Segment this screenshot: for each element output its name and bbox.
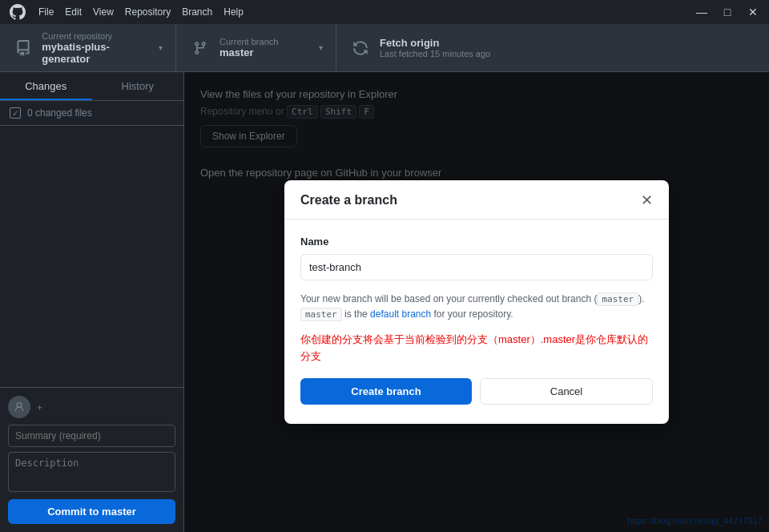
modal-footer: Create branch Cancel <box>300 378 653 408</box>
modal-default-branch-link[interactable]: default branch <box>370 308 431 320</box>
menu-help[interactable]: Help <box>223 6 244 18</box>
avatar <box>8 396 30 418</box>
menu-repository[interactable]: Repository <box>125 6 171 18</box>
minimize-button[interactable]: — <box>695 6 708 18</box>
menu-view[interactable]: View <box>93 6 114 18</box>
tabs: Changes History <box>0 72 183 101</box>
titlebar: File Edit View Repository Branch Help — … <box>0 0 769 24</box>
repo-name: mybatis-plus-generator <box>42 41 151 65</box>
modal-desc: Your new branch will be based on your cu… <box>300 292 653 322</box>
branch-text-group: Current branch master <box>219 37 278 58</box>
modal-title: Create a branch <box>300 193 397 208</box>
author-row: ＋ <box>8 396 175 418</box>
branch-name-input[interactable] <box>300 254 653 280</box>
toolbar-branch-section[interactable]: Current branch master ▾ <box>176 24 336 71</box>
toolbar-fetch-section[interactable]: Fetch origin Last fetched 15 minutes ago <box>336 24 769 71</box>
tab-changes[interactable]: Changes <box>0 72 92 100</box>
modal-body: Name Your new branch will be based on yo… <box>284 220 669 424</box>
create-branch-button[interactable]: Create branch <box>300 378 472 405</box>
repo-label: Current repository <box>42 31 151 41</box>
toolbar: Current repository mybatis-plus-generato… <box>0 24 769 72</box>
github-logo-icon <box>10 4 26 20</box>
close-button[interactable]: ✕ <box>747 6 759 18</box>
right-panel: View the files of your repository in Exp… <box>184 72 769 532</box>
tab-history[interactable]: History <box>92 72 184 100</box>
menu-branch[interactable]: Branch <box>182 6 212 18</box>
fetch-label: Fetch origin <box>380 37 756 49</box>
maximize-button[interactable]: □ <box>721 6 734 18</box>
description-input[interactable] <box>8 452 175 492</box>
menu-edit[interactable]: Edit <box>65 6 82 18</box>
branch-label: Current branch <box>219 37 278 46</box>
titlebar-left: File Edit View Repository Branch Help <box>10 4 244 20</box>
modal-close-button[interactable]: ✕ <box>641 193 653 208</box>
toolbar-repo-section[interactable]: Current repository mybatis-plus-generato… <box>0 24 176 71</box>
repo-chevron-icon: ▾ <box>159 43 163 52</box>
titlebar-controls: — □ ✕ <box>695 6 759 18</box>
cancel-button[interactable]: Cancel <box>480 378 653 405</box>
left-panel: Changes History ✓ 0 changed files ＋ Comm… <box>0 72 184 532</box>
fetch-text: Fetch origin Last fetched 15 minutes ago <box>380 37 756 58</box>
repo-text-group: Current repository mybatis-plus-generato… <box>42 31 151 65</box>
fetch-icon <box>349 37 372 59</box>
summary-input[interactable] <box>8 425 175 447</box>
branch-icon <box>189 37 211 59</box>
select-all-checkbox[interactable]: ✓ <box>10 107 21 119</box>
repo-icon <box>13 37 34 59</box>
modal-chinese-note: 你创建的分支将会基于当前检验到的分支（master）.master是你仓库默认的… <box>300 332 653 365</box>
add-coauthor-button[interactable]: ＋ <box>35 401 44 413</box>
commit-button[interactable]: Commit to master <box>8 499 175 524</box>
modal-branch-code-2: master <box>300 308 342 321</box>
fetch-sublabel: Last fetched 15 minutes ago <box>380 49 756 58</box>
modal-header: Create a branch ✕ <box>284 180 669 220</box>
titlebar-menu: File Edit View Repository Branch Help <box>38 6 244 18</box>
modal-overlay: Create a branch ✕ Name Your new branch w… <box>184 72 769 532</box>
commit-area: ＋ Commit to master <box>0 387 183 532</box>
branch-chevron-icon: ▾ <box>319 43 323 52</box>
menu-file[interactable]: File <box>38 6 54 18</box>
modal-name-label: Name <box>300 236 653 248</box>
changed-files-count: 0 changed files <box>27 107 92 119</box>
main-layout: Changes History ✓ 0 changed files ＋ Comm… <box>0 72 769 532</box>
create-branch-modal: Create a branch ✕ Name Your new branch w… <box>284 180 669 424</box>
changed-files-bar: ✓ 0 changed files <box>0 101 183 126</box>
modal-branch-code-1: master <box>597 292 638 306</box>
branch-name: master <box>219 46 278 58</box>
